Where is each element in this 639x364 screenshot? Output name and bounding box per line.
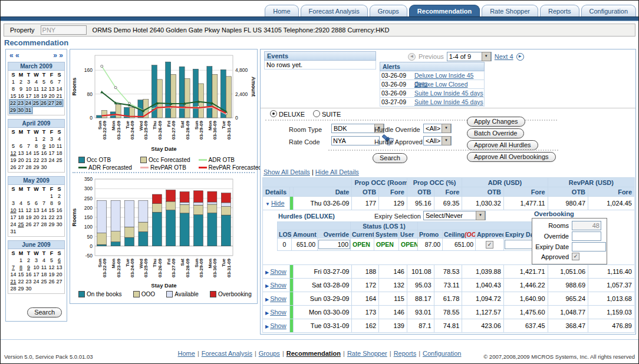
calendar-day[interactable]: 29 bbox=[17, 285, 25, 292]
calendar-day[interactable]: 27 bbox=[17, 164, 25, 171]
footer-link-recommendation[interactable]: Recommendation bbox=[286, 350, 341, 357]
calendar-day[interactable]: 28 bbox=[25, 164, 32, 171]
overbooking-approved-checkbox[interactable] bbox=[572, 253, 579, 260]
calendar-day[interactable]: 5 bbox=[40, 78, 48, 85]
chevron-down-icon[interactable]: ▼ bbox=[476, 211, 485, 220]
calendar-day[interactable]: 19 bbox=[9, 157, 17, 164]
calendar-day[interactable]: 28 bbox=[9, 285, 17, 292]
calendar-day[interactable]: 6 bbox=[55, 257, 63, 264]
calendar-day[interactable]: 8 bbox=[48, 200, 55, 207]
calendar-day[interactable]: 14 bbox=[40, 207, 48, 214]
tab-forecast-analysis[interactable]: Forecast Analysis bbox=[301, 5, 368, 16]
calendar-day[interactable]: 9 bbox=[40, 143, 48, 150]
calendar-day[interactable]: 10 bbox=[25, 85, 32, 92]
chevron-down-icon[interactable]: ▼ bbox=[442, 136, 451, 145]
calendar-day[interactable]: 19 bbox=[25, 214, 32, 221]
calendar-day[interactable]: 2 bbox=[55, 193, 63, 200]
hurdle-override-select[interactable]: <All> ▼ bbox=[423, 124, 452, 133]
tab-groups[interactable]: Groups bbox=[370, 5, 407, 16]
hide-details-link[interactable]: Hide bbox=[271, 200, 285, 207]
calendar-day[interactable]: 6 bbox=[32, 200, 40, 207]
calendar-day[interactable]: 11 bbox=[17, 207, 25, 214]
calendar-day[interactable]: 12 bbox=[25, 207, 32, 214]
calendar-day[interactable]: 11 bbox=[32, 85, 40, 92]
hide-all-details-link[interactable]: Hide All Details bbox=[315, 168, 359, 176]
calendar-day[interactable]: 27 bbox=[55, 278, 63, 285]
calendar-day[interactable]: 14 bbox=[25, 150, 32, 157]
calendar-day[interactable]: 17 bbox=[48, 150, 55, 157]
calendar-day[interactable]: 26 bbox=[9, 164, 17, 171]
calendar-day[interactable]: 15 bbox=[17, 271, 25, 278]
show-details-link[interactable]: Show bbox=[270, 268, 286, 275]
calendar-day[interactable]: 3 bbox=[32, 257, 40, 264]
calendar-day[interactable]: 9 bbox=[55, 200, 63, 207]
calendar-day[interactable]: 19 bbox=[48, 271, 55, 278]
overbooking-override-input[interactable] bbox=[572, 231, 601, 241]
calendar-day[interactable]: 15 bbox=[48, 207, 55, 214]
next-icon[interactable]: ► bbox=[516, 53, 524, 61]
calendar-day[interactable]: 27 bbox=[32, 221, 40, 228]
calendar-day[interactable]: 12 bbox=[48, 264, 55, 271]
calendar-day[interactable]: 21 bbox=[9, 278, 17, 285]
tab-home[interactable]: Home bbox=[265, 5, 298, 16]
radio-icon[interactable] bbox=[313, 110, 320, 117]
calendar-day[interactable]: 13 bbox=[32, 207, 40, 214]
room-class-option-deluxe[interactable]: DELUXE bbox=[270, 110, 305, 118]
hurdle-approved-checkbox[interactable] bbox=[486, 241, 493, 249]
calendar-day[interactable]: 9 bbox=[25, 264, 32, 271]
calendar-day[interactable]: 26 bbox=[40, 100, 48, 107]
calendar-day[interactable]: 27 bbox=[48, 100, 55, 107]
calendar-prev-icon[interactable]: « « bbox=[9, 51, 19, 59]
calendar-day[interactable]: 3 bbox=[48, 135, 55, 143]
calendar-day[interactable]: 17 bbox=[25, 92, 32, 100]
calendar-day[interactable]: 16 bbox=[55, 207, 63, 214]
calendar-day[interactable]: 16 bbox=[25, 271, 32, 278]
calendar-day[interactable]: 4 bbox=[55, 135, 63, 143]
calendar-day[interactable]: 25 bbox=[55, 157, 63, 164]
show-details-link[interactable]: Show bbox=[270, 322, 286, 329]
alerts-range-select[interactable]: 1-4 of 9 ▼ bbox=[447, 52, 492, 61]
calendar-day[interactable]: 24 bbox=[48, 157, 55, 164]
calendar-day[interactable]: 18 bbox=[40, 271, 48, 278]
show-all-details-link[interactable]: Show All Details bbox=[263, 168, 310, 176]
footer-link-rate-shopper[interactable]: Rate Shopper bbox=[347, 350, 387, 357]
calendar-day[interactable]: 29 bbox=[9, 107, 17, 114]
calendar-day[interactable]: 20 bbox=[32, 214, 40, 221]
tab-reports[interactable]: Reports bbox=[540, 5, 579, 16]
calendar-day[interactable]: 23 bbox=[55, 214, 63, 221]
next-link[interactable]: Next 4 bbox=[495, 53, 513, 60]
chevron-down-icon[interactable]: ▼ bbox=[482, 52, 491, 61]
calendar-day[interactable]: 23 bbox=[40, 157, 48, 164]
alert-link[interactable]: Deluxe Low Inside 45 days bbox=[414, 71, 484, 80]
calendar-day[interactable]: 22 bbox=[9, 100, 17, 107]
calendar-day[interactable]: 12 bbox=[40, 85, 48, 92]
calendar-day[interactable]: 16 bbox=[17, 92, 25, 100]
calendar-day[interactable]: 7 bbox=[9, 264, 17, 271]
calendar-day[interactable]: 18 bbox=[55, 150, 63, 157]
calendar-day[interactable]: 5 bbox=[25, 200, 32, 207]
calendar-day[interactable]: 14 bbox=[55, 85, 63, 92]
calendar-day[interactable]: 19 bbox=[40, 92, 48, 100]
footer-link-configuration[interactable]: Configuration bbox=[423, 350, 461, 357]
calendar-day[interactable]: 21 bbox=[40, 214, 48, 221]
calendar-day[interactable]: 5 bbox=[48, 257, 55, 264]
calendar-day[interactable]: 7 bbox=[25, 143, 32, 150]
calendar-day[interactable]: 17 bbox=[9, 214, 17, 221]
calendar-day[interactable]: 24 bbox=[25, 100, 32, 107]
calendar-day[interactable]: 25 bbox=[40, 278, 48, 285]
calendar-day[interactable]: 2 bbox=[40, 135, 48, 143]
show-details-link[interactable]: Show bbox=[270, 282, 286, 289]
footer-link-reports[interactable]: Reports bbox=[394, 350, 417, 357]
calendar-day[interactable]: 24 bbox=[32, 278, 40, 285]
calendar-day[interactable]: 22 bbox=[17, 278, 25, 285]
calendar-day[interactable]: 20 bbox=[17, 157, 25, 164]
calendar-day[interactable]: 30 bbox=[55, 221, 63, 228]
alert-link[interactable]: Deluxe Low Closed bbox=[414, 80, 484, 88]
calendar-day[interactable]: 10 bbox=[48, 143, 55, 150]
calendar-day[interactable]: 12 bbox=[9, 150, 17, 157]
calendar-next-icon[interactable]: » » bbox=[53, 51, 63, 59]
calendar-day[interactable]: 20 bbox=[48, 92, 55, 100]
calendar-day[interactable]: 5 bbox=[9, 143, 17, 150]
footer-link-home[interactable]: Home bbox=[178, 350, 195, 357]
calendar-day[interactable]: 25 bbox=[17, 221, 25, 228]
